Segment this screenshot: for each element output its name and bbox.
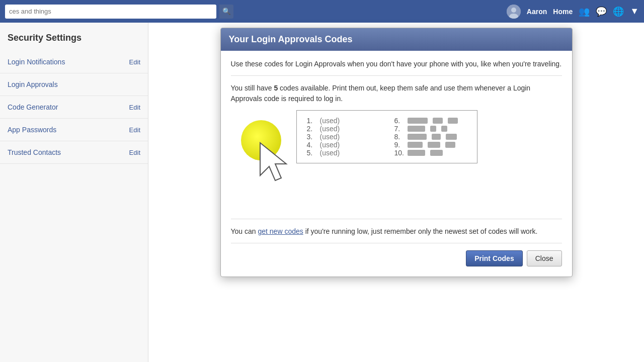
- codes-right-column: 6. 7.: [394, 117, 467, 157]
- modal-intro-2: You still have 5 codes available. Print …: [231, 83, 562, 104]
- right-area: Your Login Approvals Codes Use these cod…: [148, 23, 644, 362]
- friends-icon[interactable]: 👥: [579, 6, 590, 17]
- modal-divider-3: [231, 243, 562, 243]
- notifications-icon[interactable]: 🌐: [613, 6, 624, 17]
- sidebar-item-label: Login Notifications: [8, 58, 65, 66]
- sidebar-item-code-generator[interactable]: Code Generator Edit: [0, 96, 148, 119]
- edit-login-notifications[interactable]: Edit: [129, 58, 140, 66]
- modal-title: Your Login Approvals Codes: [229, 34, 353, 44]
- modal-intro-1: Use these codes for Login Approvals when…: [231, 59, 562, 69]
- modal-footer: Print Codes Close: [231, 250, 562, 268]
- home-link[interactable]: Home: [553, 8, 573, 16]
- edit-trusted-contacts[interactable]: Edit: [129, 149, 140, 156]
- search-input[interactable]: [5, 5, 216, 19]
- modal-header: Your Login Approvals Codes: [221, 28, 572, 51]
- modal-bottom-text: You can get new codes if you're running …: [231, 226, 562, 237]
- get-new-codes-link[interactable]: get new codes: [258, 227, 303, 235]
- sidebar-item-login-notifications[interactable]: Login Notifications Edit: [0, 51, 148, 73]
- messages-icon[interactable]: 💬: [596, 6, 607, 17]
- codes-grid: 1. (used) 2. (used) 3. (: [307, 117, 467, 157]
- sidebar-item-label: Trusted Contacts: [8, 148, 61, 156]
- sidebar-item-app-passwords[interactable]: App Passwords Edit: [0, 119, 148, 141]
- cursor-arrow-icon: [255, 138, 295, 188]
- codes-left-column: 1. (used) 2. (used) 3. (: [307, 117, 379, 157]
- code-row-3: 3. (used): [307, 133, 379, 141]
- edit-app-passwords[interactable]: Edit: [129, 126, 140, 134]
- search-button[interactable]: 🔍: [219, 5, 233, 19]
- close-button[interactable]: Close: [527, 250, 562, 266]
- modal-divider-2: [231, 219, 562, 219]
- code-row-9: 9.: [394, 141, 467, 149]
- modal-wrapper: Your Login Approvals Codes Use these cod…: [148, 23, 644, 362]
- user-name[interactable]: Aaron: [527, 8, 547, 16]
- codes-area: 1. (used) 2. (used) 3. (: [231, 110, 562, 211]
- modal-body: Use these codes for Login Approvals when…: [221, 51, 572, 277]
- login-approvals-modal: Your Login Approvals Codes Use these cod…: [220, 28, 573, 277]
- sidebar-item-label: Code Generator: [8, 103, 58, 111]
- code-row-2: 2. (used): [307, 125, 379, 133]
- code-row-10: 10.: [394, 149, 467, 157]
- code-row-1: 1. (used): [307, 117, 379, 125]
- settings-panel: Security Settings Login Notifications Ed…: [0, 23, 148, 362]
- codes-table: 1. (used) 2. (used) 3. (: [296, 110, 477, 163]
- topnav-right: Aaron Home 👥 💬 🌐 ▼: [507, 5, 639, 19]
- print-codes-button[interactable]: Print Codes: [466, 250, 523, 266]
- main-content: Security Settings Login Notifications Ed…: [0, 23, 644, 362]
- account-icon[interactable]: ▼: [630, 6, 639, 17]
- code-row-8: 8.: [394, 133, 467, 141]
- settings-title: Security Settings: [0, 33, 148, 51]
- code-row-6: 6.: [394, 117, 467, 125]
- code-row-4: 4. (used): [307, 141, 379, 149]
- top-navbar: 🔍 Aaron Home 👥 💬 🌐 ▼: [0, 0, 644, 23]
- svg-marker-3: [260, 143, 286, 180]
- sidebar-item-label: Login Approvals: [8, 80, 58, 88]
- code-row-7: 7.: [394, 125, 467, 133]
- sidebar-item-label: App Passwords: [8, 126, 56, 134]
- avatar: [507, 5, 521, 19]
- code-row-5: 5. (used): [307, 149, 379, 157]
- cursor-decoration: [231, 110, 296, 211]
- edit-code-generator[interactable]: Edit: [129, 104, 140, 111]
- svg-point-1: [511, 8, 516, 13]
- modal-divider-1: [231, 75, 562, 76]
- sidebar-item-trusted-contacts[interactable]: Trusted Contacts Edit: [0, 141, 148, 164]
- sidebar-item-login-approvals[interactable]: Login Approvals: [0, 73, 148, 96]
